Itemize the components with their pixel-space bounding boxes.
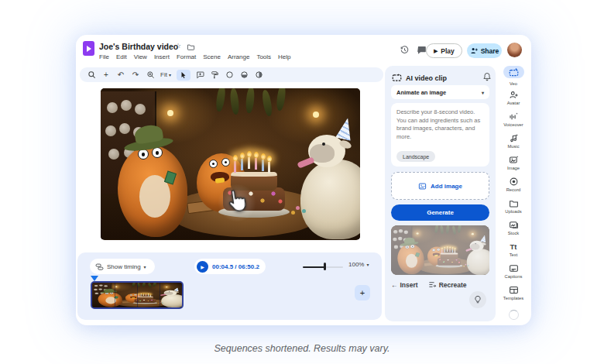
scene-character-sheep [161, 294, 182, 307]
add-image-label: Add image [431, 183, 462, 190]
vids-logo-icon[interactable] [83, 41, 94, 56]
version-history-icon[interactable] [400, 45, 410, 55]
loading-spinner-icon [509, 310, 519, 320]
shape-circle-icon[interactable] [225, 70, 235, 80]
recreate-button[interactable]: Recreate [428, 280, 467, 289]
slider-handle[interactable] [324, 263, 326, 270]
timeline-play-button[interactable]: ▶ [197, 261, 208, 273]
recreate-label: Recreate [439, 281, 467, 289]
image-gen-icon [509, 155, 519, 165]
mode-selected-value: Animate an image [396, 89, 446, 96]
zoom-level-select[interactable]: 100% ▾ [348, 261, 369, 268]
contrast-icon[interactable] [240, 70, 249, 80]
menu-edit[interactable]: Edit [116, 53, 127, 60]
sidebar-item-avatar[interactable]: Avatar [496, 90, 531, 105]
sidebar-item-templates[interactable]: Templates [496, 285, 531, 300]
voiceover-icon [509, 112, 519, 122]
disclaimer-caption: Sequences shortened. Results may vary. [0, 343, 604, 354]
insert-button[interactable]: ← Insert [391, 280, 418, 289]
edit-toolbar: + ↶ ↷ Fit ▾ [80, 67, 383, 82]
playhead-marker[interactable] [91, 276, 98, 281]
fit-zoom-select[interactable]: Fit ▾ [160, 71, 171, 78]
sidebar-item-record[interactable]: Record [496, 177, 531, 192]
screenshot-root: Joe's Birthday video ☆ File Edit View In… [0, 0, 604, 364]
menu-insert[interactable]: Insert [154, 53, 170, 60]
result-actions: ← Insert Recreate [391, 280, 467, 289]
media-sidebar: Veo Avatar Voiceover Music Image Record [496, 35, 531, 325]
insert-label: Insert [400, 281, 418, 289]
add-icon[interactable]: + [101, 70, 111, 80]
zoom-level-value: 100% [348, 261, 364, 268]
sidebar-item-uploads[interactable]: Uploads [496, 198, 531, 214]
veo-icon [509, 67, 519, 77]
menu-format[interactable]: Format [177, 53, 196, 60]
ai-clip-icon [392, 73, 402, 83]
menu-bar: File Edit View Insert Format Scene Arran… [99, 53, 291, 60]
sidebar-item-captions[interactable]: Captions [496, 263, 531, 279]
video-canvas[interactable] [101, 88, 360, 240]
timeline-zoom-slider[interactable] [303, 265, 343, 268]
add-clip-button[interactable]: + [355, 285, 370, 300]
generated-preview[interactable] [391, 225, 489, 275]
captions-icon [509, 263, 519, 273]
landscape-chip[interactable]: Landscape [396, 151, 435, 162]
chevron-down-icon: ▾ [482, 90, 484, 95]
menu-tools[interactable]: Tools [256, 53, 271, 60]
show-timing-label: Show timing [107, 263, 141, 270]
avatar-icon [509, 90, 519, 100]
image-icon [418, 182, 427, 191]
menu-file[interactable]: File [99, 53, 109, 60]
chevron-down-icon: ▾ [144, 264, 146, 270]
play-triangle-icon: ▶ [434, 48, 438, 54]
music-icon [509, 133, 519, 143]
stock-media-icon [509, 220, 519, 230]
tips-button[interactable] [469, 291, 486, 308]
document-title[interactable]: Joe's Birthday video [99, 42, 178, 51]
add-comment-icon[interactable] [196, 70, 205, 80]
star-icon[interactable]: ☆ [175, 42, 181, 50]
templates-icon [509, 285, 519, 295]
sidebar-item-image[interactable]: Image [496, 155, 531, 170]
mode-dropdown[interactable]: Animate an image ▾ [391, 85, 489, 99]
sidebar-item-voiceover[interactable]: Voiceover [496, 112, 531, 127]
select-tool-icon[interactable] [177, 70, 190, 81]
wall-sconce [313, 112, 319, 118]
show-timing-button[interactable]: Show timing ▾ [90, 259, 155, 274]
menu-scene[interactable]: Scene [203, 53, 221, 60]
sidebar-item-stock[interactable]: Stock [496, 220, 531, 235]
generate-button[interactable]: Generate [391, 204, 489, 221]
sidebar-item-music[interactable]: Music [496, 133, 531, 149]
play-button-label: Play [441, 47, 455, 55]
prompt-textarea[interactable] [391, 103, 489, 146]
sidebar-item-veo[interactable]: Veo [496, 66, 531, 86]
menu-view[interactable]: View [134, 53, 147, 60]
add-image-button[interactable]: Add image [391, 172, 489, 200]
uploads-folder-icon [509, 198, 519, 208]
mask-icon[interactable] [255, 70, 264, 80]
play-button[interactable]: ▶ Play [426, 43, 462, 58]
generate-label: Generate [427, 209, 454, 216]
menu-help[interactable]: Help [278, 53, 290, 60]
zoom-in-icon[interactable] [146, 70, 155, 80]
wall-sconce [167, 110, 173, 116]
bell-icon[interactable] [482, 72, 492, 81]
record-icon [509, 177, 519, 187]
sidebar-item-text[interactable]: Tt Text [496, 242, 531, 257]
timeline-strip: Show timing ▾ ▶ 00:04.5 / 06:50.2 100% ▾ [77, 252, 382, 320]
chevron-down-icon: ▾ [366, 262, 369, 267]
search-icon[interactable] [87, 70, 96, 80]
redo-icon[interactable]: ↷ [131, 70, 140, 80]
wall-sconce [166, 287, 168, 287]
move-folder-icon[interactable] [187, 43, 195, 51]
undo-icon[interactable]: ↶ [116, 70, 125, 80]
scene-character-sheep [300, 160, 360, 239]
arrow-left-icon: ← [391, 281, 398, 289]
format-paint-icon[interactable] [211, 70, 220, 80]
menu-arrange[interactable]: Arrange [228, 53, 249, 60]
panel-title: AI video clip [406, 74, 447, 82]
panel-header: AI video clip [392, 73, 447, 83]
recreate-icon [428, 280, 437, 289]
timeline-clip[interactable] [91, 281, 184, 309]
chevron-down-icon: ▾ [169, 72, 171, 77]
fit-label: Fit [160, 71, 167, 78]
